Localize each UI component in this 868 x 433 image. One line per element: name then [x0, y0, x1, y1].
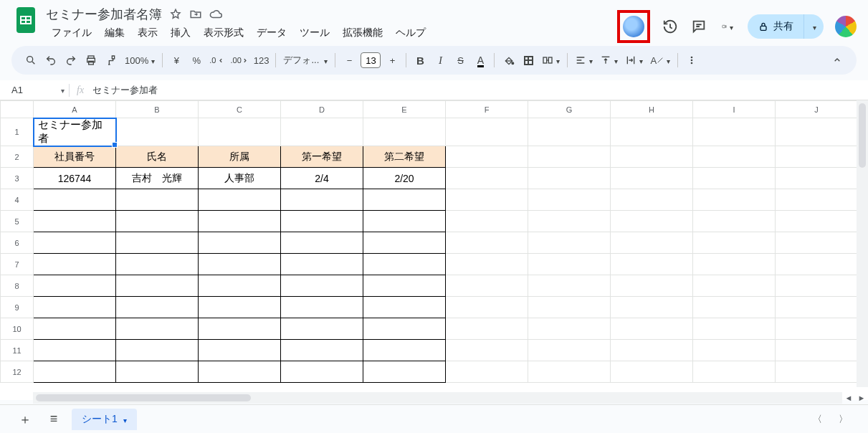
col-header-A[interactable]: A — [34, 101, 116, 118]
name-box[interactable]: A1 — [4, 85, 69, 95]
cell-H1[interactable] — [611, 118, 693, 146]
cell-A3[interactable]: 126744 — [34, 168, 116, 189]
cell-A6[interactable] — [34, 232, 116, 254]
horizontal-scrollbar[interactable] — [33, 392, 842, 404]
comments-icon[interactable] — [690, 18, 707, 35]
bold-button[interactable]: B — [411, 50, 429, 70]
rotate-button[interactable]: A — [647, 50, 673, 70]
col-header-E[interactable]: E — [363, 101, 446, 118]
row-header-12[interactable]: 12 — [1, 361, 34, 383]
redo-icon[interactable] — [62, 50, 80, 70]
cell-C3[interactable]: 人事部 — [199, 168, 281, 189]
valign-button[interactable] — [597, 50, 621, 70]
cell-B1[interactable] — [116, 118, 199, 146]
cell-H3[interactable] — [611, 168, 693, 189]
fontsize-increase[interactable]: + — [383, 50, 401, 70]
row-header-5[interactable]: 5 — [1, 211, 34, 232]
text-color-button[interactable]: A — [471, 50, 490, 70]
halign-button[interactable] — [572, 50, 596, 70]
row-header-10[interactable]: 10 — [1, 318, 34, 340]
meet-icon[interactable] — [719, 18, 736, 35]
cell-E2[interactable]: 第二希望 — [363, 146, 446, 168]
fontsize-decrease[interactable]: − — [340, 50, 358, 70]
menu-format[interactable]: 表示形式 — [198, 24, 249, 42]
increase-decimal[interactable]: .00 — [228, 50, 249, 70]
cell-G2[interactable] — [528, 146, 611, 168]
print-icon[interactable] — [82, 50, 100, 70]
cell-J2[interactable] — [776, 146, 858, 168]
col-header-J[interactable]: J — [776, 101, 858, 118]
col-header-H[interactable]: H — [611, 101, 693, 118]
col-header-I[interactable]: I — [693, 101, 776, 118]
merge-cells-button[interactable] — [539, 50, 563, 70]
cell-C1[interactable] — [199, 118, 281, 146]
formula-bar[interactable] — [91, 84, 868, 96]
row-header-4[interactable]: 4 — [1, 189, 34, 211]
format-currency[interactable]: ¥ — [167, 50, 186, 70]
sheet-nav-right[interactable]: 〉 — [832, 409, 854, 430]
row-header-2[interactable]: 2 — [1, 146, 34, 168]
zoom-dropdown[interactable]: 100% — [122, 50, 158, 70]
menu-file[interactable]: ファイル — [46, 24, 97, 42]
cell-I1[interactable] — [693, 118, 776, 146]
format-percent[interactable]: % — [187, 50, 206, 70]
undo-icon[interactable] — [42, 50, 60, 70]
spreadsheet-grid[interactable]: A B C D E F G H I J 1 セミナー参加者 2 社員番号 氏名 — [0, 100, 858, 383]
col-header-B[interactable]: B — [116, 101, 199, 118]
cell-E4[interactable] — [363, 189, 446, 211]
italic-button[interactable]: I — [431, 50, 449, 70]
col-header-G[interactable]: G — [528, 101, 611, 118]
move-folder-icon[interactable] — [189, 8, 202, 21]
menu-help[interactable]: ヘルプ — [390, 24, 431, 42]
col-header-F[interactable]: F — [446, 101, 528, 118]
cell-A11[interactable] — [34, 340, 116, 361]
cell-C4[interactable] — [199, 189, 281, 211]
col-header-D[interactable]: D — [281, 101, 363, 118]
row-header-6[interactable]: 6 — [1, 232, 34, 254]
borders-button[interactable] — [519, 50, 538, 70]
cell-D2[interactable]: 第一希望 — [281, 146, 363, 168]
menu-tools[interactable]: ツール — [294, 24, 335, 42]
cell-G3[interactable] — [528, 168, 611, 189]
cell-B3[interactable]: 吉村 光輝 — [116, 168, 199, 189]
scroll-left-icon[interactable]: ◄ — [842, 391, 855, 404]
cell-F3[interactable] — [446, 168, 528, 189]
cell-A8[interactable] — [34, 275, 116, 297]
cell-E1[interactable] — [363, 118, 446, 146]
fill-color-button[interactable] — [499, 50, 518, 70]
menu-insert[interactable]: 挿入 — [165, 24, 196, 42]
decrease-decimal[interactable]: .0 — [207, 50, 226, 70]
search-menus-icon[interactable] — [22, 50, 40, 70]
row-header-1[interactable]: 1 — [1, 118, 34, 146]
sheet-tab[interactable]: シート1 — [72, 409, 137, 430]
scroll-right-icon[interactable]: ► — [855, 391, 868, 404]
menu-data[interactable]: データ — [251, 24, 292, 42]
more-toolbar-icon[interactable] — [682, 50, 701, 70]
add-sheet-button[interactable]: ＋ — [14, 409, 36, 430]
sheets-logo[interactable] — [11, 6, 40, 34]
account-avatar[interactable] — [835, 16, 857, 37]
menu-edit[interactable]: 編集 — [99, 24, 130, 42]
sheet-nav-left[interactable]: 〈 — [806, 409, 828, 430]
share-dropdown[interactable] — [803, 14, 824, 39]
cell-A10[interactable] — [34, 318, 116, 340]
cell-D1[interactable] — [281, 118, 363, 146]
collapse-toolbar-icon[interactable] — [828, 50, 846, 70]
font-family-dropdown[interactable]: デフォ... — [280, 50, 330, 70]
cell-D3[interactable]: 2/4 — [281, 168, 363, 189]
cell-I2[interactable] — [693, 146, 776, 168]
cell-I3[interactable] — [693, 168, 776, 189]
row-header-9[interactable]: 9 — [1, 297, 34, 318]
cell-A5[interactable] — [34, 211, 116, 232]
cell-A1[interactable]: セミナー参加者 — [34, 118, 116, 146]
strikethrough-button[interactable]: S — [451, 50, 469, 70]
collaborator-avatar[interactable] — [623, 16, 644, 37]
cell-B4[interactable] — [116, 189, 199, 211]
doc-title[interactable]: セミナー参加者名簿 — [46, 6, 162, 23]
row-header-8[interactable]: 8 — [1, 275, 34, 297]
cell-A4[interactable] — [34, 189, 116, 211]
cell-H2[interactable] — [611, 146, 693, 168]
cell-J1[interactable] — [776, 118, 858, 146]
star-icon[interactable] — [169, 8, 182, 21]
menu-ext[interactable]: 拡張機能 — [337, 24, 388, 42]
